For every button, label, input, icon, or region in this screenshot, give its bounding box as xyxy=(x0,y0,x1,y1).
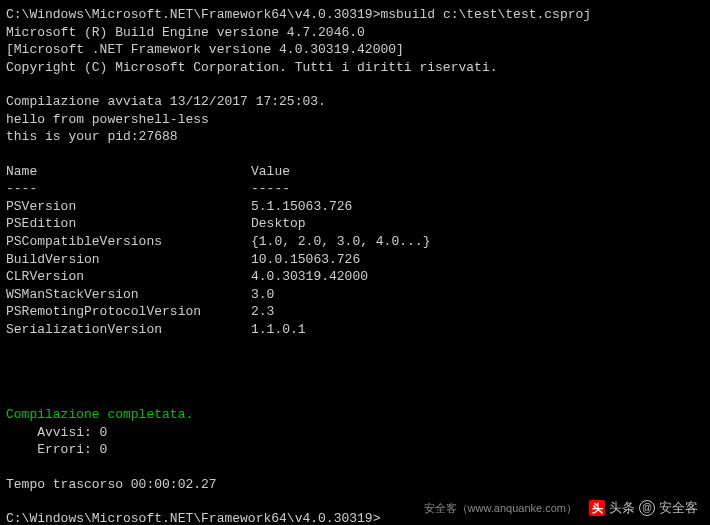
blank-line xyxy=(6,146,704,163)
col-name-header: Name xyxy=(6,163,251,181)
blank-line xyxy=(6,338,704,355)
watermark-name: 安全客 xyxy=(659,499,698,517)
property-value: 1.1.0.1 xyxy=(251,321,306,339)
command-text: msbuild c:\test\test.csproj xyxy=(380,7,591,22)
col-name-divider: ---- xyxy=(6,180,251,198)
table-row: CLRVersion4.0.30319.42000 xyxy=(6,268,704,286)
watermark-toutiao: 头条 xyxy=(609,499,635,517)
errors-count: Errori: 0 xyxy=(6,441,704,459)
table-header: Name Value xyxy=(6,163,704,181)
warnings-count: Avvisi: 0 xyxy=(6,424,704,442)
blank-line xyxy=(6,389,704,406)
output-line: Compilazione avviata 13/12/2017 17:25:03… xyxy=(6,93,704,111)
property-value: Desktop xyxy=(251,215,306,233)
table-row: PSCompatibleVersions{1.0, 2.0, 3.0, 4.0.… xyxy=(6,233,704,251)
table-row: PSEditionDesktop xyxy=(6,215,704,233)
prompt-line-1: C:\Windows\Microsoft.NET\Framework64\v4.… xyxy=(6,6,704,24)
output-line: this is your pid:27688 xyxy=(6,128,704,146)
table-row: PSRemotingProtocolVersion2.3 xyxy=(6,303,704,321)
build-complete: Compilazione completata. xyxy=(6,406,704,424)
output-line: Microsoft (R) Build Engine versione 4.7.… xyxy=(6,24,704,42)
blank-line xyxy=(6,372,704,389)
property-name: BuildVersion xyxy=(6,251,251,269)
elapsed-time: Tempo trascorso 00:00:02.27 xyxy=(6,476,704,494)
table-row: SerializationVersion1.1.0.1 xyxy=(6,321,704,339)
col-value-header: Value xyxy=(251,163,290,181)
property-name: PSRemotingProtocolVersion xyxy=(6,303,251,321)
property-value: 10.0.15063.726 xyxy=(251,251,360,269)
toutiao-icon: 头 xyxy=(589,500,605,516)
property-name: WSManStackVersion xyxy=(6,286,251,304)
property-name: PSCompatibleVersions xyxy=(6,233,251,251)
watermark-url: 安全客（www.anquanke.com） xyxy=(424,501,577,516)
property-value: 3.0 xyxy=(251,286,274,304)
blank-line xyxy=(6,355,704,372)
property-name: CLRVersion xyxy=(6,268,251,286)
at-icon: @ xyxy=(639,500,655,516)
property-value: 2.3 xyxy=(251,303,274,321)
output-line: hello from powershell-less xyxy=(6,111,704,129)
col-value-divider: ----- xyxy=(251,180,290,198)
table-divider: ---- ----- xyxy=(6,180,704,198)
output-line: Copyright (C) Microsoft Corporation. Tut… xyxy=(6,59,704,77)
table-row: BuildVersion10.0.15063.726 xyxy=(6,251,704,269)
blank-line xyxy=(6,76,704,93)
table-row: WSManStackVersion3.0 xyxy=(6,286,704,304)
table-row: PSVersion5.1.15063.726 xyxy=(6,198,704,216)
property-name: PSEdition xyxy=(6,215,251,233)
prompt-path: C:\Windows\Microsoft.NET\Framework64\v4.… xyxy=(6,7,380,22)
blank-line xyxy=(6,459,704,476)
watermark: 安全客（www.anquanke.com） 头 头条 @ 安全客 xyxy=(424,499,698,517)
property-value: 4.0.30319.42000 xyxy=(251,268,368,286)
output-line: [Microsoft .NET Framework versione 4.0.3… xyxy=(6,41,704,59)
property-name: SerializationVersion xyxy=(6,321,251,339)
property-value: {1.0, 2.0, 3.0, 4.0...} xyxy=(251,233,430,251)
property-name: PSVersion xyxy=(6,198,251,216)
property-value: 5.1.15063.726 xyxy=(251,198,352,216)
